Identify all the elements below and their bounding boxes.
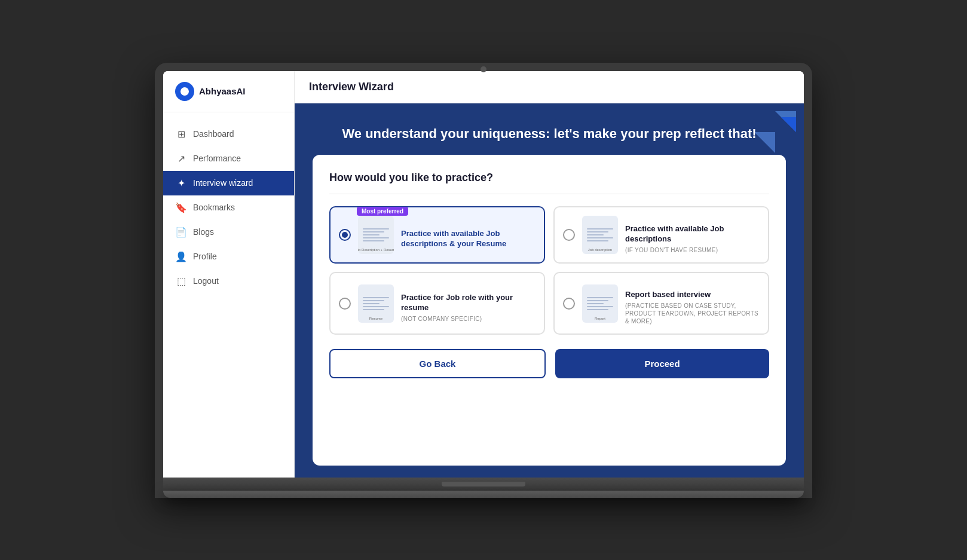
sidebar-nav: ⊞ Dashboard ↗ Performance ✦ Interview wi…: [163, 112, 294, 478]
go-back-button[interactable]: Go Back: [329, 349, 546, 378]
main-content: We understand your uniqueness: let's mak…: [295, 103, 804, 478]
sidebar-item-interview-wizard[interactable]: ✦ Interview wizard: [163, 171, 294, 195]
option-4-doc-label: Report: [595, 317, 605, 320]
radio-option-2[interactable]: [563, 229, 575, 241]
laptop-base: [163, 478, 804, 491]
option-2-image: Job description: [582, 216, 618, 254]
most-preferred-badge: Most preferred: [357, 207, 408, 216]
sidebar-item-label: Profile: [193, 252, 217, 261]
laptop-stand: [163, 491, 804, 498]
logout-icon: ⬚: [175, 276, 187, 287]
logo-text: AbhyaasAI: [199, 86, 246, 96]
radio-option-1[interactable]: [339, 229, 351, 241]
sidebar-item-label: Interview wizard: [193, 178, 253, 188]
blogs-icon: 📄: [175, 227, 187, 238]
sidebar-item-profile[interactable]: 👤 Profile: [163, 244, 294, 269]
option-3-text: Practice for Job role with your resume (…: [401, 284, 535, 323]
sidebar-item-performance[interactable]: ↗ Performance: [163, 146, 294, 171]
sidebar: AbhyaasAI ⊞ Dashboard ↗ Performance ✦ In…: [163, 71, 295, 478]
option-2-doc-label: Job description: [588, 248, 612, 252]
option-2[interactable]: Job description Practice with available …: [553, 206, 769, 264]
option-3-doc-label: Resume: [369, 317, 382, 320]
logo-icon: [175, 82, 194, 101]
option-4-title: Report based interview: [625, 290, 760, 300]
sidebar-item-label: Performance: [193, 154, 241, 163]
sidebar-item-bookmarks[interactable]: 🔖 Bookmarks: [163, 195, 294, 220]
option-1[interactable]: Job Description + Resume Most preferred …: [329, 206, 545, 264]
logo-area: AbhyaasAI: [163, 71, 294, 112]
sidebar-item-label: Bookmarks: [193, 203, 235, 212]
header-title: Interview Wizard: [309, 81, 394, 93]
profile-icon: 👤: [175, 251, 187, 262]
practice-card: How would you like to practice?: [313, 155, 786, 465]
proceed-button[interactable]: Proceed: [555, 349, 769, 378]
option-4-text: Report based interview (PRACTICE BASED O…: [625, 281, 760, 325]
wizard-icon: ✦: [175, 178, 187, 189]
sidebar-item-dashboard[interactable]: ⊞ Dashboard: [163, 122, 294, 146]
option-4-subtitle: (PRACTICE BASED ON CASE STUDY, PRODUCT T…: [625, 302, 760, 325]
option-4-image: Report: [582, 284, 618, 323]
option-3[interactable]: Resume Practice for Job role with your r…: [329, 272, 545, 335]
option-3-image: Resume: [358, 284, 394, 323]
radio-option-3[interactable]: [339, 298, 351, 310]
sidebar-item-label: Blogs: [193, 227, 214, 237]
option-1-text: Most preferred Practice with available J…: [401, 221, 535, 249]
sidebar-item-label: Dashboard: [193, 129, 234, 139]
option-2-title: Practice with available Job descriptions: [625, 224, 760, 244]
option-2-text: Practice with available Job descriptions…: [625, 216, 760, 254]
option-4[interactable]: Report Report based interview (PRACTICE …: [553, 272, 769, 335]
hero-title: We understand your uniqueness: let's mak…: [319, 125, 780, 143]
sidebar-item-blogs[interactable]: 📄 Blogs: [163, 220, 294, 244]
option-3-title: Practice for Job role with your resume: [401, 293, 535, 313]
option-3-subtitle: (NOT COMPANY SPECIFIC): [401, 315, 535, 323]
radio-option-4[interactable]: [563, 298, 575, 310]
sidebar-item-label: Logout: [193, 276, 219, 286]
sidebar-item-logout[interactable]: ⬚ Logout: [163, 269, 294, 293]
options-grid: Job Description + Resume Most preferred …: [329, 206, 769, 335]
performance-icon: ↗: [175, 153, 187, 164]
hero-section: We understand your uniqueness: let's mak…: [295, 103, 804, 155]
option-1-image: Job Description + Resume: [358, 216, 394, 254]
dashboard-icon: ⊞: [175, 128, 187, 140]
option-1-doc-label: Job Description + Resume: [358, 248, 394, 252]
button-row: Go Back Proceed: [329, 349, 769, 378]
camera-notch: [481, 66, 486, 72]
card-question: How would you like to practice?: [329, 172, 769, 194]
bookmarks-icon: 🔖: [175, 202, 187, 213]
option-1-title: Practice with available Job descriptions…: [401, 229, 535, 249]
option-2-subtitle: (IF YOU DON'T HAVE RESUME): [625, 246, 760, 254]
top-header: Interview Wizard: [295, 71, 804, 103]
